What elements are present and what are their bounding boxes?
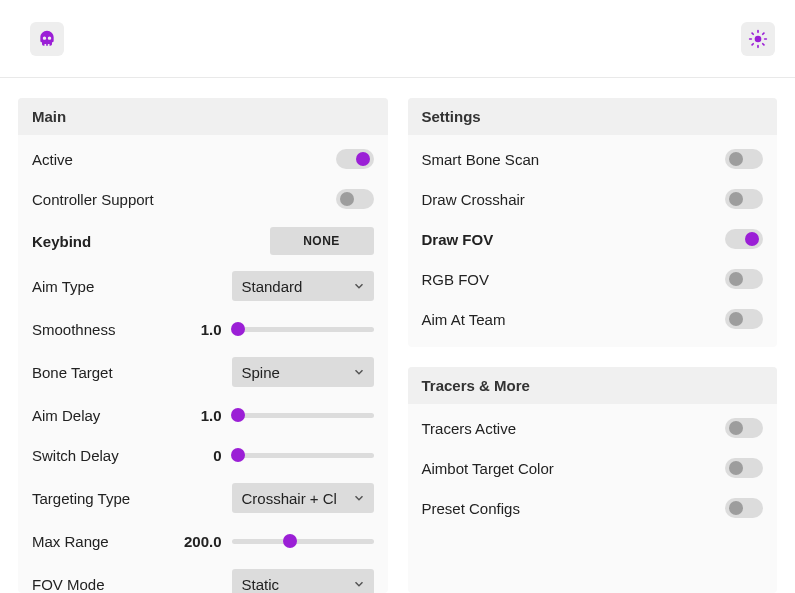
aim-team-label: Aim At Team <box>422 311 506 328</box>
settings-panel: Settings Smart Bone Scan Draw Crosshair … <box>408 98 778 347</box>
smart-bone-label: Smart Bone Scan <box>422 151 540 168</box>
preset-label: Preset Configs <box>422 500 520 517</box>
preset-toggle[interactable] <box>725 498 763 518</box>
tracers-panel-title: Tracers & More <box>408 367 778 404</box>
svg-line-4 <box>763 43 764 44</box>
aim-type-label: Aim Type <box>32 278 94 295</box>
row-max-range: Max Range 200.0 <box>18 521 388 561</box>
aim-type-select[interactable]: Standard <box>232 271 374 301</box>
draw-crosshair-toggle[interactable] <box>725 189 763 209</box>
svg-line-3 <box>752 33 753 34</box>
chevron-down-icon <box>352 279 366 293</box>
chevron-down-icon <box>352 491 366 505</box>
switch-delay-slider[interactable] <box>232 447 374 463</box>
rgb-fov-toggle[interactable] <box>725 269 763 289</box>
fov-mode-label: FOV Mode <box>32 576 105 593</box>
aimbot-color-label: Aimbot Target Color <box>422 460 554 477</box>
smoothness-value: 1.0 <box>196 321 222 338</box>
aim-team-toggle[interactable] <box>725 309 763 329</box>
aimbot-color-toggle[interactable] <box>725 458 763 478</box>
row-controller: Controller Support <box>18 179 388 219</box>
chevron-down-icon <box>352 577 366 591</box>
row-active: Active <box>18 139 388 179</box>
row-aimbot-color: Aimbot Target Color <box>408 448 778 488</box>
chevron-down-icon <box>352 365 366 379</box>
draw-fov-label: Draw FOV <box>422 231 494 248</box>
row-bone-target: Bone Target Spine <box>18 349 388 395</box>
bone-target-label: Bone Target <box>32 364 113 381</box>
fov-mode-value: Static <box>242 576 280 593</box>
row-draw-crosshair: Draw Crosshair <box>408 179 778 219</box>
main-panel-body: Active Controller Support Keybind NONE A… <box>18 135 388 593</box>
rgb-fov-label: RGB FOV <box>422 271 490 288</box>
row-switch-delay: Switch Delay 0 <box>18 435 388 475</box>
settings-panel-title: Settings <box>408 98 778 135</box>
skull-icon <box>37 29 57 49</box>
topbar <box>0 0 795 78</box>
content-area: Main Active Controller Support Keybind N… <box>0 78 795 593</box>
brightness-icon <box>748 29 768 49</box>
fov-mode-select[interactable]: Static <box>232 569 374 593</box>
draw-crosshair-label: Draw Crosshair <box>422 191 525 208</box>
active-label: Active <box>32 151 73 168</box>
targeting-type-label: Targeting Type <box>32 490 130 507</box>
targeting-type-value: Crosshair + Cl <box>242 490 337 507</box>
row-keybind: Keybind NONE <box>18 219 388 263</box>
row-draw-fov: Draw FOV <box>408 219 778 259</box>
row-smoothness: Smoothness 1.0 <box>18 309 388 349</box>
keybind-button[interactable]: NONE <box>270 227 374 255</box>
row-tracers-active: Tracers Active <box>408 408 778 448</box>
svg-line-7 <box>752 43 753 44</box>
tracers-active-toggle[interactable] <box>725 418 763 438</box>
switch-delay-value: 0 <box>196 447 222 464</box>
row-aim-team: Aim At Team <box>408 299 778 339</box>
aim-delay-slider[interactable] <box>232 407 374 423</box>
keybind-value: NONE <box>303 234 340 248</box>
targeting-type-select[interactable]: Crosshair + Cl <box>232 483 374 513</box>
tracers-active-label: Tracers Active <box>422 420 516 437</box>
active-toggle[interactable] <box>336 149 374 169</box>
max-range-value: 200.0 <box>184 533 222 550</box>
row-preset-configs: Preset Configs <box>408 488 778 528</box>
smart-bone-toggle[interactable] <box>725 149 763 169</box>
controller-toggle[interactable] <box>336 189 374 209</box>
max-range-label: Max Range <box>32 533 109 550</box>
max-range-slider[interactable] <box>232 533 374 549</box>
svg-point-0 <box>755 35 762 42</box>
row-rgb-fov: RGB FOV <box>408 259 778 299</box>
switch-delay-label: Switch Delay <box>32 447 119 464</box>
keybind-label: Keybind <box>32 233 91 250</box>
row-aim-type: Aim Type Standard <box>18 263 388 309</box>
row-targeting-type: Targeting Type Crosshair + Cl <box>18 475 388 521</box>
controller-label: Controller Support <box>32 191 154 208</box>
row-smart-bone: Smart Bone Scan <box>408 139 778 179</box>
bone-target-select[interactable]: Spine <box>232 357 374 387</box>
draw-fov-toggle[interactable] <box>725 229 763 249</box>
smoothness-label: Smoothness <box>32 321 115 338</box>
smoothness-slider[interactable] <box>232 321 374 337</box>
svg-line-8 <box>763 33 764 34</box>
bone-target-value: Spine <box>242 364 280 381</box>
aim-delay-label: Aim Delay <box>32 407 100 424</box>
main-panel: Main Active Controller Support Keybind N… <box>18 98 388 593</box>
main-panel-title: Main <box>18 98 388 135</box>
left-column: Main Active Controller Support Keybind N… <box>18 98 388 593</box>
aim-delay-value: 1.0 <box>196 407 222 424</box>
app-logo-button[interactable] <box>30 22 64 56</box>
tracers-panel: Tracers & More Tracers Active Aimbot Tar… <box>408 367 778 593</box>
row-fov-mode: FOV Mode Static <box>18 561 388 593</box>
aim-type-value: Standard <box>242 278 303 295</box>
theme-toggle-button[interactable] <box>741 22 775 56</box>
row-aim-delay: Aim Delay 1.0 <box>18 395 388 435</box>
right-column: Settings Smart Bone Scan Draw Crosshair … <box>408 98 778 593</box>
